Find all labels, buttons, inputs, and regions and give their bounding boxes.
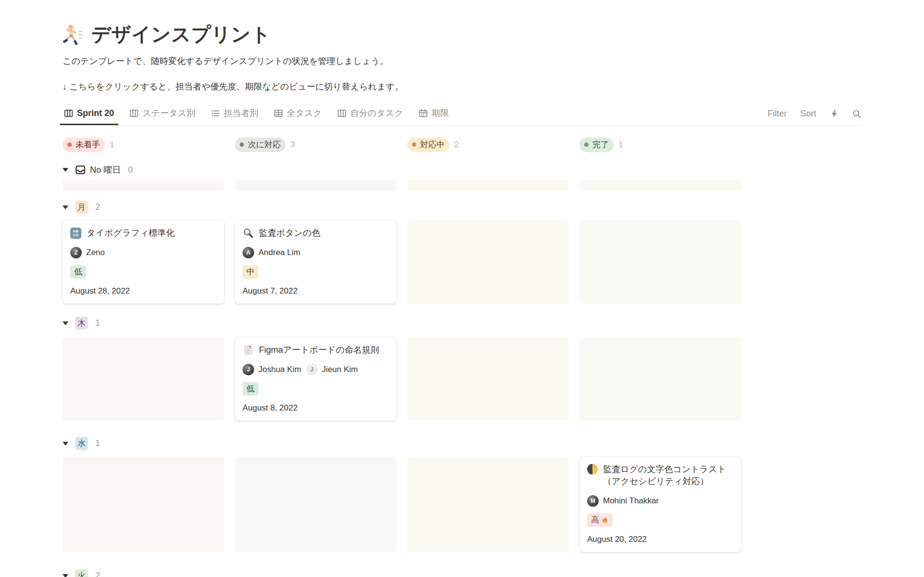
priority-badge: 高 xyxy=(587,513,613,527)
status-label: 完了 xyxy=(592,139,609,150)
group-header-monday: 月 2 xyxy=(63,201,861,214)
half-moon-icon xyxy=(587,464,598,474)
tab-by-status[interactable]: ステータス別 xyxy=(128,103,197,125)
day-pill: 月 xyxy=(75,201,88,214)
table-icon xyxy=(274,109,283,118)
task-card-audit-log[interactable]: 監査ログの文字色コントラスト（アクセシビリティ対応） M Mohini Thak… xyxy=(579,457,741,552)
column-count: 2 xyxy=(454,140,459,150)
priority-row: 中 xyxy=(243,265,389,279)
card-title: 監査ボタンの色 xyxy=(259,227,321,239)
group-row-no-day xyxy=(63,180,861,191)
tab-label: 全タスク xyxy=(287,107,322,119)
tab-all-tasks[interactable]: 全タスク xyxy=(272,103,323,125)
assignee-row: J Joshua Kim J Jieun Kim xyxy=(243,364,389,375)
toggle-triangle-icon[interactable] xyxy=(63,168,68,172)
search-icon[interactable] xyxy=(852,109,861,118)
task-card-audit-button[interactable]: 監査ボタンの色 A Andrea Lim 中 August 7, 2022 xyxy=(235,220,397,304)
view-tabs: Sprint 20 ステータス別 担当者別 全タスク 自分のタスク 期限 xyxy=(63,103,463,125)
view-tabbar: Sprint 20 ステータス別 担当者別 全タスク 自分のタスク 期限 xyxy=(63,103,861,126)
group-count: 1 xyxy=(95,318,100,328)
column-header-done: 完了 1 xyxy=(579,138,741,152)
abcd-icon-bottom: CD xyxy=(73,233,79,237)
status-label: 対応中 xyxy=(420,139,445,150)
card-title: タイポグラフィ標準化 xyxy=(87,227,175,239)
column-count: 3 xyxy=(290,140,295,150)
group-header-tuesday: 火 2 xyxy=(63,569,861,577)
status-dot-icon xyxy=(412,142,416,147)
column-count: 1 xyxy=(618,140,623,150)
toggle-triangle-icon[interactable] xyxy=(63,205,68,209)
assignee-name: Mohini Thakkar xyxy=(603,496,659,506)
priority-row: 高 xyxy=(587,513,733,527)
board-toolbar: Filter Sort xyxy=(768,109,861,119)
magnifier-icon xyxy=(243,228,254,239)
board-icon xyxy=(129,109,139,118)
priority-label: 中 xyxy=(246,266,255,277)
task-card-typography[interactable]: AB CD タイポグラフィ標準化 Z Zeno 低 August 28, 202… xyxy=(63,220,224,304)
page-instruction: ↓ こちらをクリックすると、担当者や優先度、期限などのビューに切り替えられます。 xyxy=(63,81,861,93)
empty-column-placeholder xyxy=(579,180,741,191)
status-header-row: 未着手 1 次に対応 3 対応中 2 xyxy=(63,138,861,152)
empty-column-placeholder xyxy=(235,180,397,191)
status-pill[interactable]: 対応中 xyxy=(407,138,449,152)
empty-column-area xyxy=(579,220,741,304)
day-pill: 水 xyxy=(75,437,88,450)
group-row-monday: AB CD タイポグラフィ標準化 Z Zeno 低 August 28, 202… xyxy=(63,220,861,304)
group-header-wednesday: 水 1 xyxy=(63,437,861,450)
board-icon xyxy=(337,109,346,118)
avatar: Z xyxy=(70,247,82,258)
due-date: August 28, 2022 xyxy=(70,286,217,296)
page-subtitle: このテンプレートで、随時変化するデザインスプリントの状況を管理しましょう。 xyxy=(63,55,861,67)
empty-column-area xyxy=(235,457,397,552)
tab-label: 担当者別 xyxy=(224,107,258,119)
card-title: Figmaアートボードの命名規則 xyxy=(259,344,379,356)
toggle-triangle-icon[interactable] xyxy=(63,442,68,446)
column-header-not-started: 未着手 1 xyxy=(63,138,224,152)
group-label: No 曜日 xyxy=(90,164,121,176)
card-title: 監査ログの文字色コントラスト（アクセシビリティ対応） xyxy=(603,463,733,487)
priority-badge: 低 xyxy=(243,382,258,396)
page-title-text: デザインスプリント xyxy=(91,21,271,48)
empty-column-placeholder xyxy=(407,180,569,191)
task-card-figma-naming[interactable]: Figmaアートボードの命名規則 J Joshua Kim J Jieun Ki… xyxy=(235,337,397,421)
assignee: J Joshua Kim xyxy=(243,364,301,375)
assignee-name: Zeno xyxy=(86,248,105,257)
toggle-triangle-icon[interactable] xyxy=(63,321,68,325)
status-pill[interactable]: 完了 xyxy=(579,138,614,152)
filter-button[interactable]: Filter xyxy=(768,109,787,119)
sort-button[interactable]: Sort xyxy=(800,109,816,119)
empty-column-area xyxy=(407,457,569,552)
assignee: M Mohini Thakkar xyxy=(587,495,659,507)
due-date: August 8, 2022 xyxy=(243,403,389,413)
board-icon xyxy=(64,109,73,118)
status-label: 未着手 xyxy=(76,139,100,150)
empty-column-area xyxy=(63,337,224,421)
status-dot-icon xyxy=(584,142,589,147)
assignee: A Andrea Lim xyxy=(243,247,300,258)
status-pill[interactable]: 次に対応 xyxy=(235,138,285,152)
empty-column-area xyxy=(63,457,224,552)
assignee: J Jieun Kim xyxy=(306,364,358,375)
tab-sprint-20[interactable]: Sprint 20 xyxy=(63,103,116,125)
inbox-icon xyxy=(75,165,86,175)
tab-label: ステータス別 xyxy=(142,107,195,119)
page-container: デザインスプリント このテンプレートで、随時変化するデザインスプリントの状況を管… xyxy=(0,0,924,577)
status-dot-icon xyxy=(67,142,72,147)
priority-label: 低 xyxy=(74,266,82,277)
empty-column-area xyxy=(579,337,741,421)
status-pill[interactable]: 未着手 xyxy=(63,138,105,152)
group-count: 2 xyxy=(95,202,100,212)
toggle-triangle-icon[interactable] xyxy=(63,574,68,577)
tab-my-tasks[interactable]: 自分のタスク xyxy=(336,103,405,125)
tab-due-date[interactable]: 期限 xyxy=(417,103,450,125)
assignee: Z Zeno xyxy=(70,247,105,258)
lightning-icon[interactable] xyxy=(830,109,839,118)
avatar: A xyxy=(243,247,254,258)
status-label: 次に対応 xyxy=(248,139,281,150)
page-header: デザインスプリント このテンプレートで、随時変化するデザインスプリントの状況を管… xyxy=(63,0,861,93)
group-count: 2 xyxy=(95,571,100,577)
avatar: J xyxy=(243,364,254,375)
avatar: J xyxy=(306,364,318,375)
assignee-row: Z Zeno xyxy=(70,247,217,258)
tab-by-assignee[interactable]: 担当者別 xyxy=(209,103,260,125)
